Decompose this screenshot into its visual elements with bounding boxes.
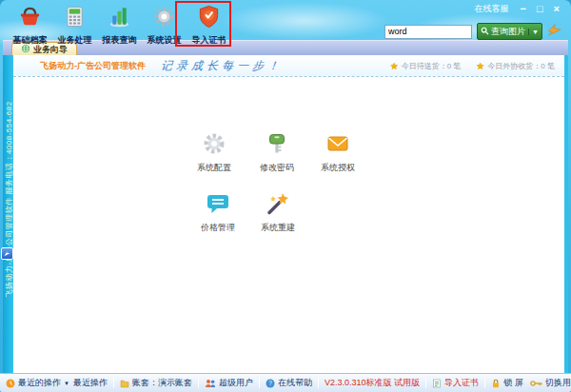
lock-screen-label: 锁屏 — [503, 377, 526, 389]
recent-operations-dropdown[interactable]: 最近的操作 ▼ — [6, 377, 69, 389]
shortcut-label: 价格管理 — [187, 222, 248, 234]
online-help-label: 在线帮助 — [278, 377, 312, 389]
version-label: V2.3.0.310标准版 试用版 — [325, 377, 420, 389]
basket-icon — [18, 5, 42, 32]
content-header: 飞扬动力-广告公司管理软件 记录成长每一步！ ★ 今日待送货：0 笔 ★ 今日外… — [13, 55, 564, 77]
divider — [318, 378, 319, 388]
toolbar-item-label: 基础档案 — [13, 34, 48, 47]
brand-title: 飞扬动力-广告公司管理软件 — [40, 60, 146, 72]
chevron-down-icon: ▼ — [64, 381, 69, 386]
toolbar-item-label: 业务处理 — [58, 34, 92, 47]
lock-screen-item[interactable]: 锁屏 — [491, 377, 526, 389]
toolbar-item-label: 导入证书 — [192, 34, 226, 47]
app-window: 在线客服 − □ × 基础档案 — [0, 0, 571, 392]
shortcut-system-config[interactable]: 系统配置 — [184, 131, 245, 174]
account-set-label: 账套：演示账套 — [132, 377, 192, 389]
toolbar-item-basic-files[interactable]: 基础档案 — [8, 5, 52, 47]
shortcut-change-password[interactable]: 修改密码 — [246, 131, 307, 174]
lock-icon — [491, 379, 501, 388]
toolbar-item-reports[interactable]: 报表查询 — [97, 5, 142, 47]
svg-text:?: ? — [268, 380, 272, 386]
stat-outsourced: ★ 今日外协收货：0 笔 — [476, 61, 555, 71]
query-image-button[interactable]: 查询图片 ▼ — [477, 23, 542, 40]
online-help-item[interactable]: ? 在线帮助 — [266, 377, 312, 389]
daily-stats: ★ 今日待送货：0 笔 ★ 今日外协收货：0 笔 — [390, 61, 555, 71]
divider — [259, 378, 260, 388]
divider — [113, 378, 114, 388]
key-icon — [265, 143, 289, 159]
divider — [484, 378, 485, 388]
query-image-label: 查询图片 — [491, 26, 525, 38]
account-set-item[interactable]: 账套：演示账套 — [120, 377, 192, 389]
stat-label: 今日待送货：0 笔 — [402, 61, 462, 71]
divider — [198, 378, 199, 388]
toolbar-item-label: 报表查询 — [103, 34, 137, 47]
import-cert-item[interactable]: 导入证书 — [432, 377, 479, 389]
toolbar-item-label: 系统设置 — [148, 34, 182, 47]
online-service-link[interactable]: 在线客服 — [474, 3, 508, 15]
stat-deliveries: ★ 今日待送货：0 笔 — [390, 61, 462, 71]
titlebar: 在线客服 − □ × — [474, 3, 560, 15]
toolbar-item-import-cert[interactable]: 导入证书 — [187, 5, 231, 47]
switch-user-label: 切换用户 — [545, 377, 571, 389]
toolbar-item-settings[interactable]: 系统设置 — [142, 5, 187, 47]
help-icon: ? — [266, 379, 275, 388]
toolbar-item-business[interactable]: 业务处理 — [52, 5, 97, 47]
status-bar: 最近的操作 ▼ 最近操作 账套：演示账套 超级用户 ? 在 — [0, 373, 571, 392]
shortcut-label: 系统重建 — [247, 222, 308, 234]
stat-label: 今日外协收货：0 笔 — [487, 61, 555, 71]
version-text: V2.3.0.310标准版 试用版 — [325, 377, 420, 389]
current-user-item[interactable]: 超级用户 — [205, 377, 253, 389]
envelope-icon — [325, 143, 350, 159]
shortcut-price-management[interactable]: 价格管理 — [187, 191, 248, 234]
close-button[interactable]: × — [554, 4, 560, 14]
current-user-label: 超级用户 — [219, 377, 253, 389]
search-row: 查询图片 ▼ — [384, 23, 561, 40]
shield-check-icon — [197, 5, 221, 32]
recent-operation-item[interactable]: 最近操作 — [73, 377, 108, 389]
bar-chart-icon — [108, 5, 131, 32]
chevron-down-icon: ▼ — [528, 29, 539, 35]
magnifier-icon — [481, 27, 489, 37]
cloud-decoration — [219, 2, 390, 40]
shortcut-system-license[interactable]: 系统授权 — [307, 131, 368, 174]
search-input[interactable] — [384, 25, 472, 39]
messenger-icon[interactable] — [1, 247, 13, 260]
minimize-button[interactable]: − — [520, 4, 525, 14]
magic-wand-icon — [266, 203, 290, 219]
gear-icon — [152, 5, 176, 32]
chat-bubble-icon — [206, 203, 230, 219]
gear-icon — [202, 143, 226, 159]
switch-user-item[interactable]: 切换用户 — [530, 377, 571, 389]
shortcut-label: 修改密码 — [246, 162, 307, 174]
users-icon — [205, 379, 216, 388]
recent-operation-label: 最近操作 — [73, 377, 108, 389]
clock-icon — [6, 379, 15, 388]
recent-operations-label: 最近的操作 — [18, 377, 61, 389]
maximize-button[interactable]: □ — [537, 4, 543, 14]
shortcut-system-rebuild[interactable]: 系统重建 — [247, 191, 308, 234]
main-toolbar: 基础档案 业务处理 报表查询 — [8, 5, 231, 47]
calculator-icon — [63, 5, 87, 32]
key-small-icon — [530, 380, 542, 387]
import-cert-label: 导入证书 — [444, 377, 479, 389]
service-phone-banner: 飞扬动力-广告公司管理软件 服务电话：4008-554-682 — [4, 111, 14, 298]
star-icon: ★ — [390, 61, 399, 71]
slogan-text: 记录成长每一步！ — [160, 58, 284, 74]
shortcut-label: 系统配置 — [184, 162, 245, 174]
left-banner-strip: 飞扬动力-广告公司管理软件 服务电话：4008-554-682 — [3, 55, 13, 373]
shortcut-label: 系统授权 — [307, 162, 368, 174]
right-border-strip — [564, 55, 568, 373]
star-icon: ★ — [476, 61, 484, 71]
folder-icon — [120, 379, 129, 388]
divider — [425, 378, 426, 388]
certificate-icon — [432, 379, 442, 388]
paper-plane-icon[interactable] — [547, 23, 561, 40]
